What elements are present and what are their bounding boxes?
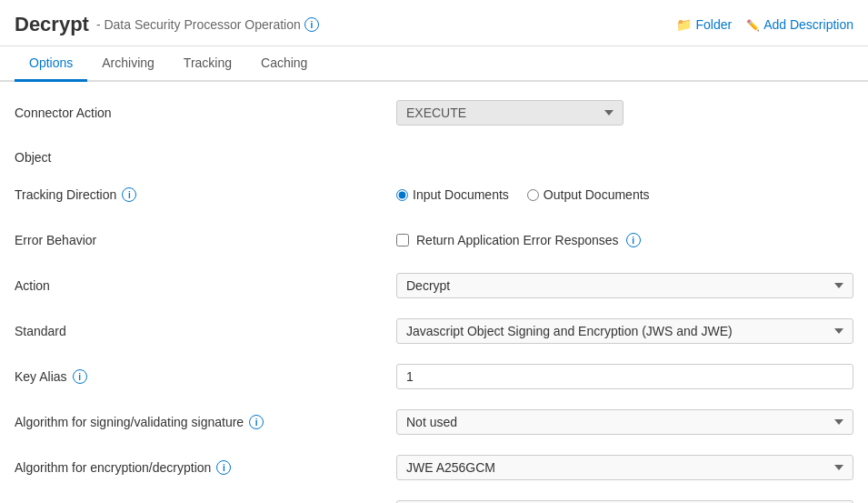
algorithm-signing-label: Algorithm for signing/validating signatu… xyxy=(15,415,396,429)
tab-caching[interactable]: Caching xyxy=(246,46,322,82)
action-label: Action xyxy=(15,278,396,293)
algorithm-signing-control: Not used xyxy=(396,409,853,435)
error-behavior-info-icon[interactable]: i xyxy=(626,233,641,247)
standard-select[interactable]: Javascript Object Signing and Encryption… xyxy=(396,318,853,344)
tracking-direction-label: Tracking Direction i xyxy=(15,187,396,202)
page-subtitle: - Data Security Processor Operation i xyxy=(96,17,319,32)
algorithm-signing-select[interactable]: Not used xyxy=(396,409,853,435)
content-area: Connector Action EXECUTE Object Tracking… xyxy=(0,82,868,503)
algorithm-encryption-select-wrapper: JWE A256GCM xyxy=(396,455,853,480)
subtitle-info-icon[interactable]: i xyxy=(304,17,319,32)
algorithm-encryption-select[interactable]: JWE A256GCM xyxy=(396,455,853,480)
connector-action-label: Connector Action xyxy=(15,106,396,120)
algorithm-encryption-row: Algorithm for encryption/decryption i JW… xyxy=(15,451,853,484)
object-section-row: Object xyxy=(15,142,853,175)
folder-link[interactable]: Folder xyxy=(676,17,732,32)
tracking-direction-info-icon[interactable]: i xyxy=(122,187,136,202)
error-behavior-checkbox[interactable] xyxy=(396,234,409,246)
algorithm-signing-row: Algorithm for signing/validating signatu… xyxy=(15,406,853,438)
radio-input-documents[interactable]: Input Documents xyxy=(396,187,509,202)
algorithm-encryption-label: Algorithm for encryption/decryption i xyxy=(15,460,396,475)
tab-options[interactable]: Options xyxy=(15,46,87,82)
algorithm-header-row: Algorithm Header for JWE encryption/decr… xyxy=(15,497,853,503)
tracking-direction-radio-group: Input Documents Output Documents xyxy=(396,187,650,202)
radio-output-documents-input[interactable] xyxy=(527,189,539,201)
algorithm-signing-select-wrapper: Not used xyxy=(396,409,853,435)
add-description-link[interactable]: Add Description xyxy=(746,17,853,32)
algorithm-encryption-info-icon[interactable]: i xyxy=(216,460,231,475)
key-alias-row: Key Alias i xyxy=(15,360,853,393)
action-control: Decrypt xyxy=(396,273,853,298)
error-behavior-checkbox-label[interactable]: Return Application Error Responses i xyxy=(396,233,641,247)
object-section-label: Object xyxy=(15,146,396,170)
folder-icon xyxy=(676,17,692,32)
pencil-icon xyxy=(746,17,760,32)
algorithm-signing-info-icon[interactable]: i xyxy=(249,415,264,429)
error-behavior-row: Error Behavior Return Application Error … xyxy=(15,224,853,257)
radio-input-documents-input[interactable] xyxy=(396,189,408,201)
page-title: Decrypt xyxy=(15,13,89,36)
action-select[interactable]: Decrypt xyxy=(396,273,853,298)
error-behavior-control: Return Application Error Responses i xyxy=(396,233,853,247)
radio-output-documents[interactable]: Output Documents xyxy=(527,187,650,202)
connector-action-select[interactable]: EXECUTE xyxy=(396,100,624,126)
key-alias-label: Key Alias i xyxy=(15,369,396,384)
algorithm-encryption-control: JWE A256GCM xyxy=(396,455,853,480)
header-actions: Folder Add Description xyxy=(676,17,853,32)
connector-action-control: EXECUTE xyxy=(396,100,853,126)
tracking-direction-row: Tracking Direction i Input Documents Out… xyxy=(15,178,853,211)
connector-action-row: Connector Action EXECUTE xyxy=(15,96,853,129)
action-row: Action Decrypt xyxy=(15,269,853,302)
standard-label: Standard xyxy=(15,324,396,338)
tab-tracking[interactable]: Tracking xyxy=(169,46,246,82)
tab-archiving[interactable]: Archiving xyxy=(87,46,169,82)
key-alias-input[interactable] xyxy=(396,364,853,389)
page-header: Decrypt - Data Security Processor Operat… xyxy=(0,0,868,46)
standard-select-wrapper: Javascript Object Signing and Encryption… xyxy=(396,318,853,344)
key-alias-info-icon[interactable]: i xyxy=(73,369,87,384)
tab-bar: Options Archiving Tracking Caching xyxy=(0,46,868,82)
action-select-wrapper: Decrypt xyxy=(396,273,853,298)
key-alias-control xyxy=(396,364,853,389)
standard-control: Javascript Object Signing and Encryption… xyxy=(396,318,853,344)
tracking-direction-control: Input Documents Output Documents xyxy=(396,187,853,202)
error-behavior-label: Error Behavior xyxy=(15,233,396,247)
standard-row: Standard Javascript Object Signing and E… xyxy=(15,315,853,347)
